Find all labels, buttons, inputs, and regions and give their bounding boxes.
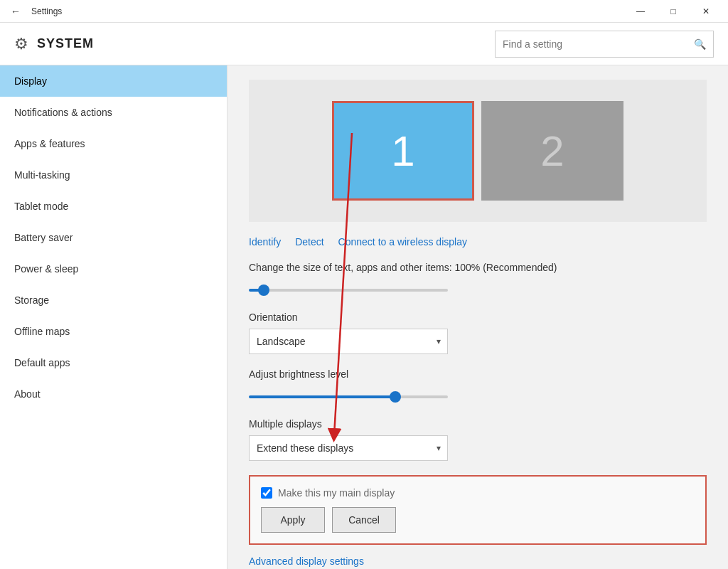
sidebar-item-power[interactable]: Power & sleep <box>0 253 227 284</box>
system-icon: ⚙ <box>14 35 28 53</box>
close-button[interactable]: ✕ <box>690 0 722 23</box>
orientation-dropdown[interactable]: Landscape Portrait Landscape (flipped) P… <box>249 329 448 354</box>
app-header: ⚙ SYSTEM 🔍 <box>0 23 728 65</box>
search-icon: 🔍 <box>694 38 706 50</box>
brightness-section: Adjust brightness level <box>249 368 707 404</box>
multiple-displays-dropdown-wrapper: Extend these displays Duplicate these di… <box>249 435 448 461</box>
cancel-button[interactable]: Cancel <box>332 507 396 533</box>
brightness-label: Adjust brightness level <box>249 368 707 380</box>
back-button[interactable]: ← <box>6 1 26 21</box>
search-box[interactable]: 🔍 <box>495 31 714 58</box>
sidebar-item-apps[interactable]: Apps & features <box>0 128 227 159</box>
sidebar-item-about[interactable]: About <box>0 378 227 410</box>
text-size-slider[interactable] <box>249 289 448 292</box>
titlebar-controls: — □ ✕ <box>624 0 722 23</box>
multiple-displays-dropdown[interactable]: Extend these displays Duplicate these di… <box>249 435 448 461</box>
multiple-displays-label: Multiple displays <box>249 418 707 430</box>
display-links: Identify Detect Connect to a wireless di… <box>249 236 707 248</box>
bottom-section: Make this my main display Apply Cancel <box>249 475 707 545</box>
sidebar-item-display[interactable]: Display <box>0 65 227 97</box>
connect-link[interactable]: Connect to a wireless display <box>338 236 467 248</box>
app-body: Display Notifications & actions Apps & f… <box>0 65 728 569</box>
search-input[interactable] <box>503 38 694 50</box>
titlebar-left: ← Settings <box>6 1 62 21</box>
monitor-1[interactable]: 1 <box>332 101 474 201</box>
maximize-button[interactable]: □ <box>657 0 690 23</box>
apply-button[interactable]: Apply <box>261 507 325 533</box>
main-display-row: Make this my main display <box>261 487 695 499</box>
advanced-display-settings-link[interactable]: Advanced display settings <box>249 555 707 567</box>
sidebar-item-notifications[interactable]: Notifications & actions <box>0 97 227 128</box>
sidebar-item-tablet[interactable]: Tablet mode <box>0 191 227 222</box>
minimize-button[interactable]: — <box>624 0 657 23</box>
main-display-checkbox[interactable] <box>261 487 272 499</box>
orientation-dropdown-wrapper: Landscape Portrait Landscape (flipped) P… <box>249 329 448 354</box>
button-row: Apply Cancel <box>261 507 695 533</box>
sidebar-item-offlinemaps[interactable]: Offline maps <box>0 316 227 347</box>
sidebar: Display Notifications & actions Apps & f… <box>0 65 228 569</box>
multiple-displays-section: Multiple displays Extend these displays … <box>249 418 707 461</box>
main-content: 1 2 Identify Detect Connect to a wireles… <box>228 65 728 569</box>
titlebar-title: Settings <box>31 6 62 16</box>
text-size-slider-container <box>249 279 707 297</box>
identify-link[interactable]: Identify <box>249 236 281 248</box>
header-left: ⚙ SYSTEM <box>14 35 94 53</box>
header-title: SYSTEM <box>37 36 94 51</box>
orientation-label: Orientation <box>249 312 707 323</box>
brightness-slider[interactable] <box>249 395 448 398</box>
sidebar-item-defaultapps[interactable]: Default apps <box>0 347 227 378</box>
brightness-slider-container <box>249 385 707 404</box>
orientation-section: Orientation Landscape Portrait Landscape… <box>249 312 707 354</box>
monitors-area: 1 2 <box>249 80 707 222</box>
sidebar-item-multitasking[interactable]: Multi-tasking <box>0 159 227 191</box>
text-size-section: Change the size of text, apps and other … <box>249 262 707 297</box>
main-display-label: Make this my main display <box>278 487 395 499</box>
sidebar-item-storage[interactable]: Storage <box>0 284 227 316</box>
detect-link[interactable]: Detect <box>295 236 323 248</box>
sidebar-item-battery[interactable]: Battery saver <box>0 222 227 253</box>
titlebar: ← Settings — □ ✕ <box>0 0 728 23</box>
monitor-2[interactable]: 2 <box>481 101 623 201</box>
text-size-label: Change the size of text, apps and other … <box>249 262 707 273</box>
